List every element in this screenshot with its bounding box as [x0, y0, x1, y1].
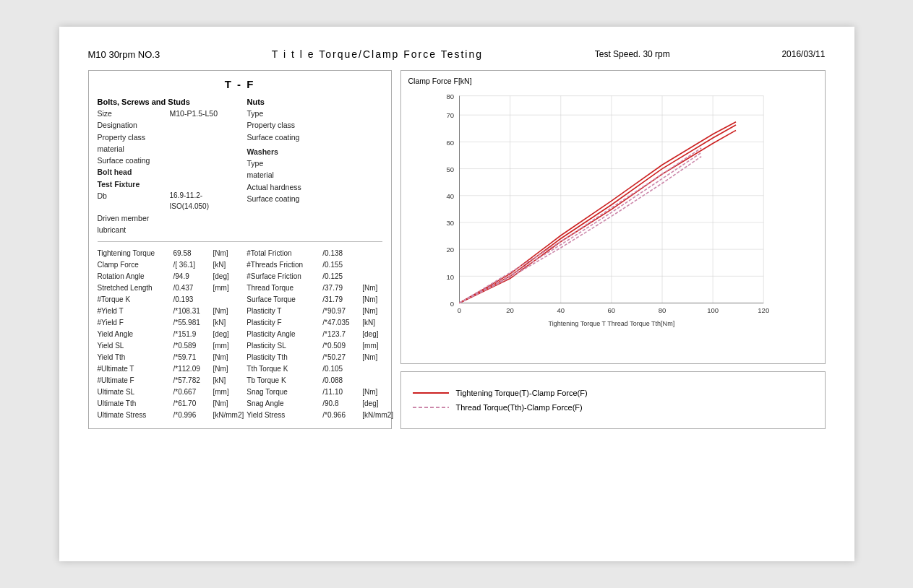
- data-row: Snag Angle/90.8[deg]: [247, 398, 393, 410]
- data-section: Tightening Torque69.58[Nm]Clamp Force/[ …: [98, 248, 382, 421]
- property-class-label: Property class: [98, 131, 170, 143]
- driven-member-row: Driven member: [98, 212, 233, 224]
- lubricant-row: lubricant: [98, 224, 233, 235]
- svg-text:80: 80: [446, 92, 454, 100]
- surface-coating-row: Surface coating: [98, 155, 233, 166]
- legend-label-1: Thread Torque(Tth)-Clamp Force(F): [456, 403, 583, 412]
- data-row: Tth Torque K/0.105: [247, 363, 393, 375]
- data-row: #Torque K/0.193: [98, 294, 244, 306]
- chart-box: Clamp Force F[kN]: [400, 70, 826, 364]
- header-date: 2016/03/11: [781, 49, 825, 59]
- nuts-surface-row: Surface coating: [247, 131, 382, 143]
- svg-text:Tightening Torque T  Thread To: Tightening Torque T Thread Torque Tth[Nm…: [548, 320, 674, 327]
- svg-text:120: 120: [758, 306, 769, 314]
- data-row: Rotation Angle/94.9[deg]: [98, 271, 244, 282]
- washers-surface-row: Surface coating: [247, 193, 382, 204]
- legend-line-pink-svg: [413, 403, 449, 412]
- washers-type-row: Type: [247, 157, 382, 169]
- data-row: Yield Stress/*0.966[kN/mm2]: [247, 410, 393, 421]
- data-row: Clamp Force/[ 36.1][kN]: [98, 259, 244, 271]
- data-row: Plasticity F/*47.035[kN]: [247, 317, 393, 329]
- washers-material-row: material: [247, 169, 382, 181]
- panel-title: T - F: [98, 78, 382, 90]
- material-label: material: [98, 143, 170, 155]
- left-panel: T - F Bolts, Screws and Studs Size M10-P…: [88, 70, 392, 429]
- nuts-surface-label: Surface coating: [247, 131, 320, 143]
- data-row: Yield Angle/*151.9[deg]: [98, 329, 244, 340]
- svg-text:20: 20: [506, 306, 514, 314]
- nuts-type-row: Type: [247, 108, 382, 119]
- svg-text:20: 20: [446, 246, 454, 254]
- material-row: material: [98, 143, 233, 155]
- svg-text:10: 10: [446, 273, 454, 281]
- svg-text:80: 80: [658, 306, 666, 314]
- bolt-head-row: Bolt head: [98, 166, 233, 178]
- page-header: M10 30rpm NO.3 T i t l e Torque/Clamp Fo…: [88, 48, 826, 60]
- data-row: #Ultimate F/*57.782[kN]: [98, 375, 244, 386]
- divider: [98, 241, 382, 242]
- data-row: Plasticity Tth/*50.27[Nm]: [247, 352, 393, 363]
- nuts-title: Nuts: [247, 98, 382, 106]
- data-row: Thread Torque/37.79[Nm]: [247, 282, 393, 294]
- svg-text:40: 40: [446, 192, 454, 200]
- data-row: Ultimate Tth/*61.70[Nm]: [98, 398, 244, 410]
- db-value: 16.9-11.2-ISO(14.050): [170, 190, 233, 212]
- washers-title-row: Washers: [247, 146, 382, 157]
- legend-item-1: Thread Torque(Tth)-Clamp Force(F): [413, 403, 813, 412]
- surface-coating-label: Surface coating: [98, 155, 170, 166]
- top-info: Bolts, Screws and Studs Size M10-P1.5-L5…: [98, 98, 382, 235]
- data-row: Yield Tth/*59.71[Nm]: [98, 352, 244, 363]
- db-row: Db 16.9-11.2-ISO(14.050): [98, 190, 233, 212]
- lubricant-label: lubricant: [98, 224, 170, 235]
- washers-title: Washers: [247, 146, 320, 157]
- data-col-left: Tightening Torque69.58[Nm]Clamp Force/[ …: [98, 248, 244, 421]
- nuts-col: Nuts Type Property class Surface coating…: [247, 98, 382, 235]
- washers-type-label: Type: [247, 157, 320, 169]
- size-label: Size: [98, 108, 170, 119]
- washers-surface-label: Surface coating: [247, 193, 320, 204]
- header-center: T i t l e Torque/Clamp Force Testing: [272, 48, 483, 60]
- test-fixture-title: Test Fixture: [98, 178, 170, 190]
- bolts-title: Bolts, Screws and Studs: [98, 98, 233, 106]
- svg-text:100: 100: [707, 306, 719, 314]
- svg-text:50: 50: [446, 165, 454, 173]
- data-row: Yield SL/*0.589[mm]: [98, 340, 244, 352]
- svg-text:40: 40: [557, 306, 565, 314]
- svg-text:60: 60: [446, 139, 454, 147]
- svg-text:0: 0: [450, 300, 453, 308]
- test-fixture-title-row: Test Fixture: [98, 178, 233, 190]
- washers-material-label: material: [247, 169, 320, 181]
- header-left: M10 30rpm NO.3: [88, 49, 160, 60]
- db-label: Db: [98, 190, 170, 212]
- data-row: #Total Friction/0.138: [247, 248, 393, 259]
- data-row: Snag Torque/11.10[Nm]: [247, 386, 393, 398]
- size-value: M10-P1.5-L50: [170, 108, 218, 119]
- bolts-col: Bolts, Screws and Studs Size M10-P1.5-L5…: [98, 98, 233, 235]
- nuts-property-row: Property class: [247, 119, 382, 131]
- data-row: Ultimate Stress/*0.996[kN/mm2]: [98, 410, 244, 421]
- legend-label-0: Tightening Torque(T)-Clamp Force(F): [456, 389, 588, 397]
- svg-text:30: 30: [446, 219, 454, 227]
- chart-y-label: Clamp Force F[kN]: [408, 77, 818, 85]
- right-panel: Clamp Force F[kN]: [400, 70, 826, 429]
- designation-row: Designation: [98, 119, 233, 131]
- page: M10 30rpm NO.3 T i t l e Torque/Clamp Fo…: [59, 27, 854, 561]
- property-class-row: Property class: [98, 131, 233, 143]
- actual-hardness-label: Actual hardness: [247, 181, 320, 193]
- data-row: Ultimate SL/*0.667[mm]: [98, 386, 244, 398]
- main-content: T - F Bolts, Screws and Studs Size M10-P…: [88, 70, 826, 429]
- chart-area: 0 10 20 30 40 50 60 70 80 0 20 40 60: [408, 88, 818, 334]
- legend-box: Tightening Torque(T)-Clamp Force(F) Thre…: [400, 371, 826, 429]
- header-speed: Test Speed. 30 rpm: [595, 49, 670, 59]
- size-row: Size M10-P1.5-L50: [98, 108, 233, 119]
- svg-text:60: 60: [607, 306, 615, 314]
- data-row: Plasticity Angle/*123.7[deg]: [247, 329, 393, 340]
- data-row: Tightening Torque69.58[Nm]: [98, 248, 244, 259]
- data-row: #Ultimate T/*112.09[Nm]: [98, 363, 244, 375]
- nuts-property-label: Property class: [247, 119, 320, 131]
- nuts-type-label: Type: [247, 108, 320, 119]
- designation-label: Designation: [98, 119, 170, 131]
- data-row: #Yield F/*55.981[kN]: [98, 317, 244, 329]
- data-row: Plasticity T/*90.97[Nm]: [247, 306, 393, 317]
- data-col-right: #Total Friction/0.138#Threads Friction/0…: [247, 248, 393, 421]
